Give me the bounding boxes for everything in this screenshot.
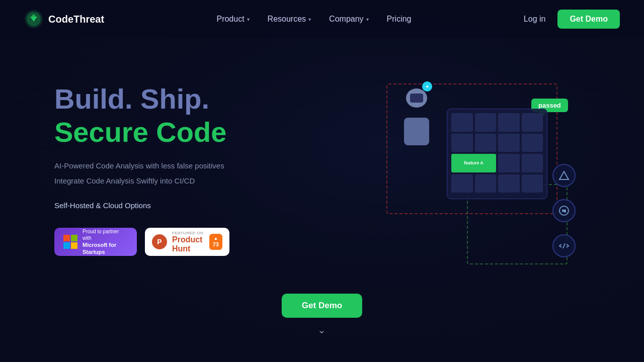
svg-line-29	[563, 243, 565, 248]
nav-links: Product ▾ Resources ▾ Company ▾ Pricing	[216, 15, 411, 24]
product-hunt-badge[interactable]: P FEATURED ON Product Hunt ▲ 73	[145, 228, 229, 256]
nav-actions: Log in Get Demo	[524, 10, 620, 29]
triangle-icon	[558, 170, 570, 181]
logo[interactable]: CodeThreat	[24, 10, 104, 29]
microsoft-badge-text: Proud to partner with Microsoft for Star…	[83, 228, 128, 256]
github-icon	[558, 205, 570, 216]
nav-item-resources[interactable]: Resources ▾	[268, 15, 311, 24]
grid-cell	[451, 134, 473, 152]
hero-illustration: ✦ passed feature A	[336, 68, 590, 320]
svg-rect-26	[71, 242, 77, 249]
grid-cell	[475, 174, 497, 193]
logo-icon	[24, 10, 43, 29]
brand-name: CodeThreat	[48, 14, 104, 25]
get-demo-button[interactable]: Get Demo	[557, 10, 620, 29]
svg-rect-23	[63, 235, 70, 241]
product-hunt-votes: ▲ 73	[209, 234, 222, 250]
hero-option: Self-Hosted & Cloud Options	[54, 201, 336, 210]
hero-headline: Build. Ship.	[54, 83, 336, 115]
grid-cell	[451, 174, 473, 193]
circle-icon-2	[552, 199, 576, 222]
chevron-down-icon: ▾	[366, 17, 369, 22]
robot-head: ✦	[406, 88, 427, 108]
nav-item-company[interactable]: Company ▾	[329, 15, 368, 24]
bottom-get-demo-button[interactable]: Get Demo	[282, 294, 362, 318]
partner-badges: Proud to partner with Microsoft for Star…	[54, 228, 336, 256]
product-hunt-logo-icon: P	[152, 234, 167, 249]
microsoft-logo-icon	[63, 235, 77, 249]
grid-cell	[451, 113, 473, 132]
svg-rect-24	[71, 235, 77, 241]
hero-sub1: AI-Powered Code Analysis with less false…	[54, 159, 336, 172]
grid-cell	[475, 134, 497, 152]
nav-item-product[interactable]: Product ▾	[216, 15, 249, 24]
navbar: CodeThreat Product ▾ Resources ▾ Company…	[0, 0, 644, 38]
grid-cell	[498, 113, 520, 132]
scroll-down-arrow-icon: ⌄	[317, 324, 326, 336]
svg-rect-22	[32, 15, 35, 18]
chevron-down-icon: ▾	[308, 17, 311, 22]
hero-left: Build. Ship. Secure Code AI-Powered Code…	[54, 68, 336, 256]
grid-cell	[522, 134, 543, 152]
circle-icon-3	[552, 234, 576, 257]
robot-visor	[410, 94, 423, 103]
robot-body	[404, 118, 429, 145]
svg-rect-25	[63, 242, 70, 249]
microsoft-badge[interactable]: Proud to partner with Microsoft for Star…	[54, 228, 137, 256]
product-hunt-text: FEATURED ON Product Hunt	[172, 231, 204, 253]
hero-headline-green: Secure Code	[54, 117, 336, 148]
login-button[interactable]: Log in	[524, 15, 546, 24]
product-hunt-name: Product Hunt	[172, 235, 204, 253]
svg-marker-27	[559, 171, 569, 179]
bottom-cta: Get Demo ⌄	[282, 294, 362, 336]
grid-cell	[498, 134, 520, 152]
grid-cell	[498, 174, 520, 193]
grid-cell	[522, 174, 543, 193]
circle-icon-1	[552, 164, 576, 187]
code-grid: feature A	[447, 109, 547, 199]
chevron-down-icon: ▾	[247, 17, 250, 22]
hero-sub2: Integrate Code Analysis Swiftly into CI/…	[54, 174, 336, 188]
grid-cell	[522, 113, 543, 132]
robot-figure: ✦	[396, 88, 437, 134]
robot-pin-icon: ✦	[422, 81, 432, 92]
grid-cell-feature-a: feature A	[451, 154, 496, 172]
grid-cell	[475, 113, 497, 132]
grid-cell	[498, 154, 520, 172]
grid-cell	[522, 154, 543, 172]
circle-icons-group	[552, 164, 576, 257]
code-icon	[558, 240, 570, 251]
nav-item-pricing[interactable]: Pricing	[387, 15, 412, 24]
